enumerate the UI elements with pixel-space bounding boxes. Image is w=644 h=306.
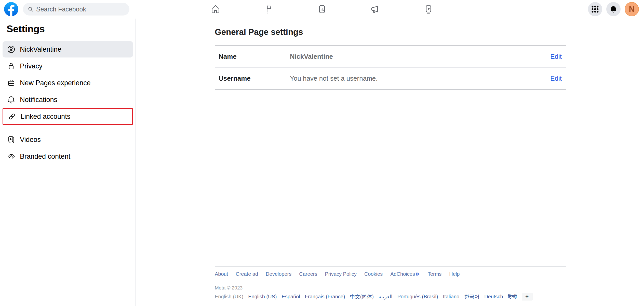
sidebar-title: Settings bbox=[7, 24, 136, 35]
topbar-right-cluster: N bbox=[588, 2, 639, 16]
language-link-hi[interactable]: हिन्दी bbox=[508, 294, 517, 300]
insights-icon[interactable] bbox=[317, 4, 327, 14]
sidebar-item-privacy[interactable]: Privacy bbox=[3, 58, 133, 74]
row-value: You have not set a username. bbox=[290, 75, 550, 82]
person-circle-icon bbox=[7, 45, 16, 54]
sidebar-item-label: Linked accounts bbox=[21, 113, 70, 121]
sidebar-section-divider bbox=[5, 128, 127, 128]
adchoices-icon bbox=[416, 272, 420, 276]
search-input[interactable] bbox=[36, 6, 120, 13]
sidebar-item-label: NickValentine bbox=[20, 46, 61, 53]
main-content: General Page settings Name NickValentine… bbox=[136, 19, 644, 306]
sidebar-item-label: Videos bbox=[20, 136, 41, 144]
footer-link-cookies[interactable]: Cookies bbox=[364, 271, 383, 277]
footer-link-create-ad[interactable]: Create ad bbox=[236, 271, 258, 277]
language-link-es[interactable]: Español bbox=[282, 294, 300, 300]
row-value: NickValentine bbox=[290, 53, 550, 61]
edit-username-button[interactable]: Edit bbox=[550, 75, 566, 82]
footer-link-careers[interactable]: Careers bbox=[299, 271, 317, 277]
footer-link-terms[interactable]: Terms bbox=[428, 271, 441, 277]
adchoices-label: AdChoices bbox=[390, 271, 415, 277]
language-link-pt-br[interactable]: Português (Brasil) bbox=[397, 294, 438, 300]
video-icon[interactable] bbox=[423, 4, 434, 14]
footer-link-about[interactable]: About bbox=[215, 271, 228, 277]
handshake-icon bbox=[7, 152, 16, 161]
current-language: English (UK) bbox=[215, 294, 243, 300]
sidebar-item-new-pages-experience[interactable]: New Pages experience bbox=[3, 75, 133, 91]
profile-avatar[interactable]: N bbox=[625, 2, 639, 16]
language-link-fr[interactable]: Français (France) bbox=[305, 294, 345, 300]
language-link-ko[interactable]: 한국어 bbox=[464, 293, 479, 300]
language-link-de[interactable]: Deutsch bbox=[484, 294, 503, 300]
apps-grid-menu-button[interactable] bbox=[588, 2, 602, 16]
sidebar-item-linked-accounts[interactable]: Linked accounts bbox=[3, 108, 133, 125]
sidebar-item-label: Branded content bbox=[20, 153, 70, 161]
facebook-logo[interactable] bbox=[4, 2, 18, 16]
search-icon bbox=[28, 6, 34, 12]
language-link-zh[interactable]: 中文(简体) bbox=[350, 293, 374, 300]
notifications-bell-button[interactable] bbox=[606, 2, 621, 16]
add-language-button[interactable]: + bbox=[522, 293, 532, 300]
pages-flag-icon[interactable] bbox=[263, 4, 274, 14]
general-settings-table: Name NickValentine Edit Username You hav… bbox=[215, 45, 566, 90]
table-row-name: Name NickValentine Edit bbox=[215, 46, 566, 67]
language-link-en-us[interactable]: English (US) bbox=[248, 294, 277, 300]
sidebar-item-branded-content[interactable]: Branded content bbox=[3, 148, 133, 165]
language-link-it[interactable]: Italiano bbox=[443, 294, 460, 300]
sidebar-item-label: Privacy bbox=[20, 62, 43, 70]
footer-link-developers[interactable]: Developers bbox=[266, 271, 291, 277]
sidebar-item-videos[interactable]: Videos bbox=[3, 132, 133, 148]
footer-link-help[interactable]: Help bbox=[449, 271, 460, 277]
link-icon bbox=[7, 112, 17, 121]
ad-center-megaphone-icon[interactable] bbox=[370, 4, 381, 14]
video-icon bbox=[7, 135, 16, 144]
language-selector-row: English (UK) English (US) Español França… bbox=[215, 293, 566, 300]
top-navigation-bar: N bbox=[0, 0, 644, 18]
sidebar-item-label: Notifications bbox=[20, 96, 57, 104]
lock-icon bbox=[7, 62, 16, 71]
sidebar-item-notifications[interactable]: Notifications bbox=[3, 92, 133, 108]
page-footer: About Create ad Developers Careers Priva… bbox=[215, 266, 566, 300]
home-icon[interactable] bbox=[210, 4, 221, 14]
row-label: Name bbox=[215, 53, 290, 61]
page-title: General Page settings bbox=[215, 27, 303, 37]
edit-name-button[interactable]: Edit bbox=[550, 53, 566, 61]
search-bar[interactable] bbox=[23, 3, 129, 16]
copyright-text: Meta © 2023 bbox=[215, 285, 566, 291]
footer-divider bbox=[215, 266, 566, 267]
footer-links: About Create ad Developers Careers Priva… bbox=[215, 271, 566, 277]
briefcase-icon bbox=[7, 78, 16, 88]
bell-icon bbox=[7, 95, 16, 104]
settings-sidebar: Settings NickValentine Privacy bbox=[0, 19, 136, 306]
row-label: Username bbox=[215, 75, 290, 82]
language-link-ar[interactable]: العربية bbox=[379, 294, 393, 300]
sidebar-item-label: New Pages experience bbox=[20, 79, 91, 87]
table-row-username: Username You have not set a username. Ed… bbox=[215, 67, 566, 89]
footer-link-privacy-policy[interactable]: Privacy Policy bbox=[325, 271, 356, 277]
sidebar-item-page-name[interactable]: NickValentine bbox=[3, 41, 133, 57]
footer-link-adchoices[interactable]: AdChoices bbox=[390, 271, 420, 277]
